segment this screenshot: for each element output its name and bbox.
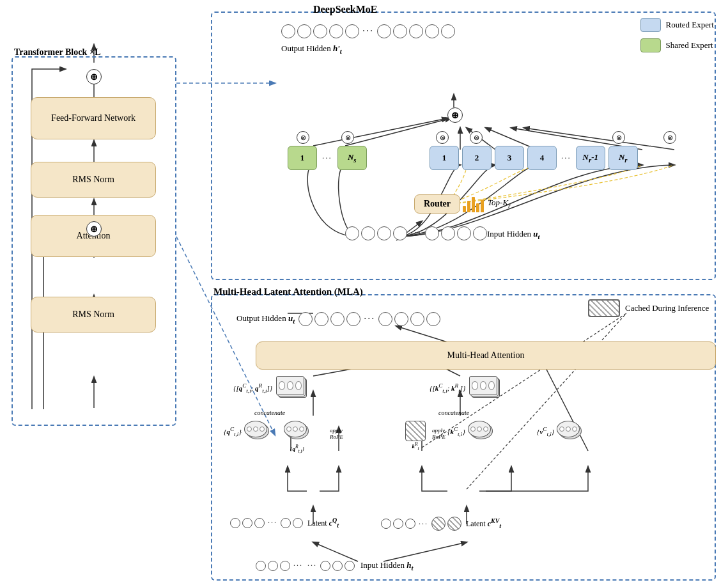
ffn-box: Feed-Forward Network (31, 97, 156, 139)
output-hidden-mla: Output Hidden ut ··· (236, 312, 440, 326)
router-box: Router (414, 194, 460, 214)
cached-indicator: Cached During Inference (588, 299, 709, 317)
diagram-container: Transformer Block ×L Feed-Forward Networ… (0, 0, 728, 587)
rms-norm-1-box: RMS Norm (31, 162, 156, 198)
routed-expert-nr1: Nr-1 (576, 146, 605, 170)
latent-ckv: ··· Latent cKVt (381, 517, 501, 531)
legend-shared: Shared Expert (640, 38, 714, 52)
input-hidden-ht: ··· ··· Input Hidden ht (256, 560, 413, 572)
x-op-shared-ns: ⊗ (341, 131, 354, 144)
shared-experts: 1 ··· Ns (288, 146, 367, 170)
mla-title: Multi-Head Latent Attention (MLA) (213, 286, 363, 297)
rms-norm-2-box: RMS Norm (31, 297, 156, 333)
add-circle-2: ⊕ (86, 221, 102, 237)
x-op-rnr: ⊗ (663, 131, 676, 144)
output-hidden-nodes: ··· (281, 24, 455, 38)
q-concat-tensors: {[qCt,i; qRt,i]} (233, 376, 309, 400)
top-kr: Top-Kr (463, 194, 511, 212)
add-circle-output: ⊕ (447, 107, 463, 123)
concat-label-2: concatenate (438, 409, 469, 416)
routed-experts: 1 2 3 4 ··· Nr-1 Nr (430, 146, 638, 170)
k-ri: kRt (405, 421, 426, 451)
shared-expert-1: 1 (288, 146, 317, 170)
bar-chart (463, 194, 484, 212)
x-op-r1: ⊗ (436, 131, 449, 144)
legend-routed: Routed Expert (640, 18, 714, 32)
add-circle-1: ⊕ (86, 69, 102, 84)
legend-routed-box (640, 18, 661, 32)
routed-expert-3: 3 (495, 146, 524, 170)
x-op-shared-1: ⊗ (297, 131, 309, 144)
shared-expert-ns: Ns (337, 146, 367, 170)
x-op-r2: ⊗ (470, 131, 483, 144)
v-ci-tensors: {vCt,i} (537, 421, 584, 442)
latent-cq: ··· Latent cQt (230, 517, 339, 529)
routed-expert-4: 4 (527, 146, 557, 170)
routed-expert-2: 2 (462, 146, 492, 170)
concat-label-1: concatenate (254, 409, 285, 416)
input-hidden-nodes-deepseek: ··· (345, 226, 487, 240)
x-op-rnr1: ⊗ (612, 131, 625, 144)
q-ci-tensors: {qCt,i} (224, 421, 271, 442)
legend: Routed Expert Shared Expert (640, 18, 714, 52)
apply-rope-1: applyRoPE (330, 427, 343, 440)
legend-shared-box (640, 38, 661, 52)
k-concat-tensors: {[kCt,i; kRt]} (430, 376, 502, 400)
routed-expert-1: 1 (430, 146, 459, 170)
output-hidden-label-deepseek: Output Hidden h't (281, 43, 342, 55)
deepseek-title: DeepSeekMoE (313, 4, 377, 15)
k-ci-tensors: {kCt,i} (447, 421, 495, 442)
mha-box: Multi-Head Attention (256, 341, 716, 370)
routed-expert-nr: Nr (608, 146, 638, 170)
q-ri-tensors: {qRt,i} (284, 421, 311, 454)
apply-rope-2: applyRoPE (432, 427, 445, 440)
input-hidden-label-deepseek: Input Hidden ut (487, 229, 539, 240)
